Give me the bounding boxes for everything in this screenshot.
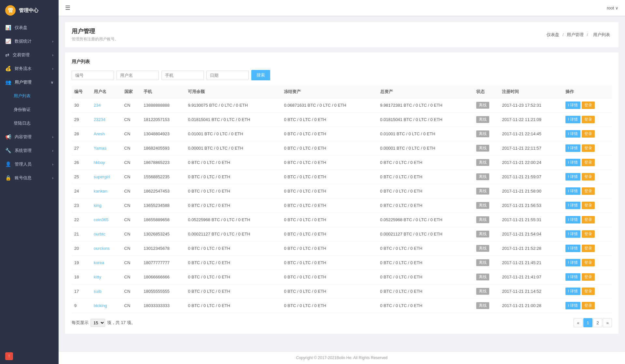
detail-button[interactable]: i 详情 [565, 273, 580, 281]
login-button[interactable]: 登录 [582, 187, 595, 195]
cell-total: 0 BTC / 0 LTC / 0 ETH [378, 284, 474, 299]
user-list-card: 用户列表 搜索 编号 用户名 国家 手机 可用余额 冻结资产 [65, 52, 618, 334]
cell-country: CN [122, 113, 141, 127]
cell-actions: i 详情 登录 [563, 227, 612, 241]
sidebar-item-trade-mgmt[interactable]: ⇄ 交易管理 › [0, 48, 59, 62]
status-badge: 离线 [476, 102, 489, 109]
login-button[interactable]: 登录 [582, 245, 595, 252]
login-button[interactable]: 登录 [582, 130, 595, 138]
cell-status: 离线 [474, 141, 500, 155]
cell-username: suib [91, 284, 122, 299]
search-button[interactable]: 搜索 [251, 70, 270, 80]
menu-toggle-button[interactable]: ☰ [65, 4, 70, 11]
sidebar-item-label: 交易管理 [13, 52, 30, 58]
detail-button[interactable]: i 详情 [565, 216, 580, 223]
status-badge: 离线 [476, 188, 489, 195]
cell-regtime: 2017-11-22 11:21:09 [499, 113, 563, 127]
cell-phone: 18122057153 [141, 113, 185, 127]
cell-country: CN [122, 170, 141, 184]
page-1-button[interactable]: 1 [583, 318, 592, 327]
cell-username: kitty [91, 270, 122, 284]
page-prev-button[interactable]: « [574, 318, 583, 327]
cell-total: 0.00021127 BTC / 0 LTC / 0 ETH [378, 227, 474, 241]
login-button[interactable]: 登录 [582, 288, 595, 295]
sidebar-item-user-mgmt[interactable]: 👥 用户管理 ∨ [0, 75, 59, 89]
detail-button[interactable]: i 详情 [565, 202, 580, 209]
sidebar-item-data-stats[interactable]: 📈 数据统计 › [0, 34, 59, 48]
search-id-input[interactable] [72, 71, 114, 80]
search-phone-input[interactable] [161, 71, 204, 80]
cell-phone: 18055555555 [141, 284, 185, 299]
user-menu[interactable]: root ∨ [607, 6, 618, 10]
sidebar-item-account[interactable]: 🔒 账号信息 › [0, 171, 59, 185]
sidebar-item-login-log[interactable]: 登陆日志 [0, 116, 59, 130]
login-button[interactable]: 登录 [582, 273, 595, 281]
col-regtime: 注册时间 [499, 86, 563, 98]
cell-actions: i 详情 登录 [563, 127, 612, 141]
cell-username: Yamas [91, 141, 122, 155]
cell-id: 27 [72, 141, 91, 155]
sidebar-item-content-mgmt[interactable]: 📢 内容管理 › [0, 130, 59, 144]
breadcrumb-dashboard[interactable]: 仪表盘 [547, 32, 559, 37]
cell-username: 23234 [91, 113, 122, 127]
detail-button[interactable]: i 详情 [565, 259, 580, 266]
cell-status: 离线 [474, 270, 500, 284]
cell-regtime: 2017-11-21 21:45:21 [499, 256, 563, 270]
breadcrumb-sep: / [562, 32, 564, 37]
account-icon: 🔒 [5, 175, 11, 181]
action-buttons: i 详情 登录 [565, 187, 609, 195]
search-date-input[interactable] [206, 71, 249, 80]
login-button[interactable]: 登录 [582, 159, 595, 166]
cell-status: 离线 [474, 155, 500, 170]
table-row: 21 ourbtc CN 13026853245 0.00021127 BTC … [72, 227, 612, 241]
col-username: 用户名 [91, 86, 122, 98]
login-button[interactable]: 登录 [582, 144, 595, 152]
detail-button[interactable]: i 详情 [565, 302, 580, 309]
login-button[interactable]: 登录 [582, 116, 595, 123]
cell-actions: i 详情 登录 [563, 198, 612, 213]
sidebar-item-finance[interactable]: 💰 财务流水 › [0, 62, 59, 75]
detail-button[interactable]: i 详情 [565, 187, 580, 195]
sidebar-item-dashboard[interactable]: 📊 仪表盘 [0, 21, 59, 34]
search-username-input[interactable] [117, 71, 159, 80]
cell-frozen: 0 BTC / 0 LTC / 0 ETH [281, 141, 377, 155]
sidebar-item-label: 账号信息 [15, 175, 32, 181]
cell-available: 0 BTC / 0 LTC / 0 ETH [185, 198, 281, 213]
cell-actions: i 详情 登录 [563, 184, 612, 198]
login-button[interactable]: 登录 [582, 101, 595, 109]
cell-frozen: 0 BTC / 0 LTC / 0 ETH [281, 227, 377, 241]
detail-button[interactable]: i 详情 [565, 159, 580, 166]
cell-id: 19 [72, 256, 91, 270]
page-2-button[interactable]: 2 [593, 318, 602, 327]
col-status: 状态 [474, 86, 500, 98]
breadcrumb-user-mgmt[interactable]: 用户管理 [567, 32, 584, 37]
login-button[interactable]: 登录 [582, 302, 595, 309]
detail-button[interactable]: i 详情 [565, 230, 580, 238]
login-button[interactable]: 登录 [582, 216, 595, 223]
detail-button[interactable]: i 详情 [565, 116, 580, 123]
sidebar-item-admin[interactable]: 👤 管理人员 › [0, 157, 59, 171]
sidebar-item-system-mgmt[interactable]: 🔧 系统管理 › [0, 144, 59, 157]
cell-available: 0 BTC / 0 LTC / 0 ETH [185, 299, 281, 313]
table-row: 22 coin365 CN 18655889658 0.05225968 BTC… [72, 213, 612, 227]
detail-button[interactable]: i 详情 [565, 130, 580, 138]
cell-id: 9 [72, 299, 91, 313]
main-area: ☰ root ∨ 用户管理 管理所有注册的用户账号。 仪表盘 / 用户管理 / … [59, 0, 625, 364]
login-button[interactable]: 登录 [582, 259, 595, 266]
detail-button[interactable]: i 详情 [565, 144, 580, 152]
detail-button[interactable]: i 详情 [565, 288, 580, 295]
cell-regtime: 2017-11-21 21:56:53 [499, 198, 563, 213]
sidebar-item-user-list[interactable]: 用户列表 [0, 89, 59, 103]
sidebar-item-id-verify[interactable]: 身份验证 [0, 103, 59, 116]
detail-button[interactable]: i 详情 [565, 245, 580, 252]
detail-button[interactable]: i 详情 [565, 101, 580, 109]
login-button[interactable]: 登录 [582, 173, 595, 181]
col-phone: 手机 [141, 86, 185, 98]
detail-button[interactable]: i 详情 [565, 173, 580, 181]
cell-status: 离线 [474, 113, 500, 127]
page-next-button[interactable]: » [603, 318, 612, 327]
login-button[interactable]: 登录 [582, 202, 595, 209]
per-page-select[interactable]: 15 25 50 [90, 319, 105, 327]
cell-id: 22 [72, 213, 91, 227]
login-button[interactable]: 登录 [582, 230, 595, 238]
